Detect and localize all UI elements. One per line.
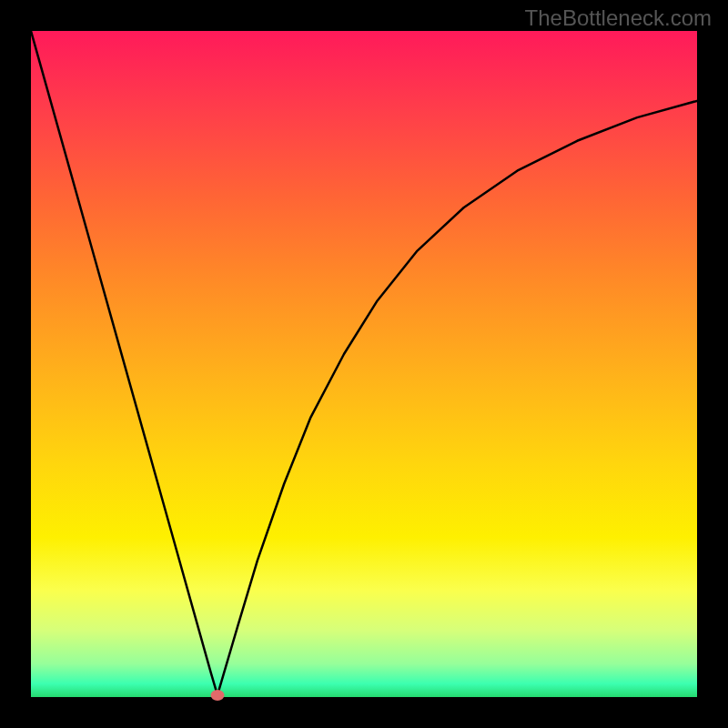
chart-curve: [31, 31, 697, 697]
minimum-marker: [210, 690, 224, 701]
watermark-text: TheBottleneck.com: [525, 5, 712, 31]
chart-gradient-background: [31, 31, 697, 697]
